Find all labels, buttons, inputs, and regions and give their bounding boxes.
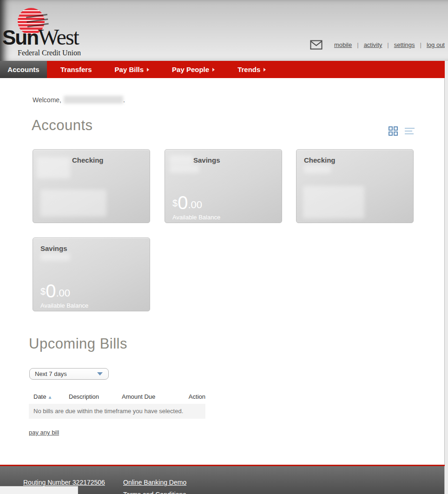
balance-fraction: .00	[188, 199, 202, 211]
balance-label: Available Balance	[172, 214, 220, 221]
submenu-arrow-icon	[147, 68, 149, 72]
separator: |	[387, 41, 389, 48]
account-type-label: Checking	[304, 156, 336, 164]
redacted-account-nickname	[170, 155, 193, 165]
tab-pay-bills-label: Pay Bills	[115, 66, 144, 73]
brand-tagline: Federal Credit Union	[18, 49, 81, 57]
tab-trends[interactable]: Trends	[228, 61, 275, 78]
online-banking-demo-link[interactable]: Online Banking Demo	[123, 479, 186, 486]
utility-nav: mobile | activity | settings | log out	[310, 40, 445, 50]
separator: |	[357, 41, 358, 48]
separator: |	[420, 41, 422, 48]
column-action-label: Action	[189, 393, 205, 400]
currency-symbol: $	[40, 286, 46, 296]
upcoming-bills-title: Upcoming Bills	[29, 336, 127, 352]
welcome-suffix: .	[123, 96, 125, 104]
balance-integer: 0	[46, 281, 56, 301]
link-activity[interactable]: activity	[364, 41, 382, 48]
dropdown-selected-value: Next 7 days	[35, 370, 97, 377]
main-content: Welcome, . Accounts Checking	[0, 78, 445, 465]
welcome-message: Welcome, .	[33, 96, 125, 104]
tab-transfers-label: Transfers	[60, 66, 92, 73]
tab-pay-people-label: Pay People	[172, 66, 209, 73]
account-type-label: Savings	[193, 156, 220, 164]
upcoming-bills-table: Date▲ Description Amount Due Action No b…	[29, 391, 205, 419]
grid-view-icon[interactable]	[389, 126, 398, 136]
currency-symbol: $	[172, 198, 178, 208]
account-card-checking-2[interactable]: Checking	[296, 149, 414, 223]
link-mobile[interactable]: mobile	[334, 41, 352, 48]
redacted-balance	[303, 186, 364, 218]
tab-transfers[interactable]: Transfers	[51, 61, 101, 78]
sort-ascending-icon: ▲	[47, 395, 52, 400]
bills-timeframe-dropdown[interactable]: Next 7 days	[29, 368, 109, 380]
online-banking-page: SunWest Federal Credit Union mobile | ac…	[0, 0, 448, 494]
tab-pay-bills[interactable]: Pay Bills	[105, 61, 159, 78]
balance-fraction: .00	[56, 287, 70, 299]
available-balance: $0.00 Available Balance	[172, 192, 220, 221]
column-description-label: Description	[69, 393, 99, 400]
submenu-arrow-icon	[212, 68, 215, 72]
submenu-arrow-icon	[264, 68, 266, 72]
site-header: SunWest Federal Credit Union mobile | ac…	[0, 0, 448, 61]
tab-trends-label: Trends	[237, 66, 260, 73]
terms-and-conditions-link[interactable]: Terms and Conditions	[123, 491, 186, 494]
redacted-username	[64, 96, 123, 104]
redacted-account-number	[304, 165, 331, 173]
column-date-label: Date	[33, 393, 46, 400]
account-card-checking-1[interactable]: Checking	[33, 149, 150, 223]
available-balance: $0.00 Available Balance	[40, 281, 88, 309]
welcome-prefix: Welcome,	[33, 96, 61, 104]
tab-accounts-label: Accounts	[7, 66, 39, 73]
redacted-account-nickname	[37, 157, 70, 178]
chevron-down-icon	[97, 372, 103, 375]
account-card-savings-2[interactable]: Savings $0.00 Available Balance	[33, 237, 150, 311]
brand-west: West	[38, 25, 79, 49]
list-view-icon[interactable]	[404, 126, 415, 136]
balance-label: Available Balance	[40, 302, 88, 309]
link-log-out[interactable]: log out	[427, 41, 445, 48]
accounts-section-title: Accounts	[32, 117, 93, 134]
routing-number-link[interactable]: Routing Number 322172506	[23, 479, 105, 486]
column-header-action[interactable]: Action	[177, 393, 205, 400]
column-header-amount-due[interactable]: Amount Due	[122, 393, 177, 400]
account-card-savings-1[interactable]: Savings $0.00 Available Balance	[165, 149, 282, 223]
redacted-account-number	[40, 253, 70, 261]
column-amount-due-label: Amount Due	[122, 393, 155, 400]
bills-table-header: Date▲ Description Amount Due Action	[29, 391, 205, 404]
redacted-account-number	[170, 165, 199, 173]
brand-name: SunWest	[2, 24, 79, 50]
tab-accounts[interactable]: Accounts	[0, 61, 47, 78]
main-nav: Accounts Transfers Pay Bills Pay People …	[0, 61, 445, 78]
link-settings[interactable]: settings	[394, 41, 415, 48]
account-type-label: Checking	[72, 156, 104, 164]
pay-any-bill-link[interactable]: pay any bill	[29, 429, 59, 436]
view-toggles	[389, 126, 415, 136]
column-header-date[interactable]: Date▲	[29, 393, 69, 400]
browser-status-bubble	[0, 486, 78, 494]
brand-sun: Sun	[2, 26, 38, 49]
tab-pay-people[interactable]: Pay People	[163, 61, 224, 78]
balance-integer: 0	[178, 192, 188, 213]
messages-envelope-icon[interactable]	[310, 40, 323, 50]
bills-empty-message: No bills are due within the timeframe yo…	[29, 404, 205, 419]
redacted-balance	[40, 190, 106, 217]
sunwest-logo: SunWest Federal Credit Union	[2, 6, 109, 54]
account-type-label: Savings	[40, 244, 67, 252]
column-header-description[interactable]: Description	[69, 393, 122, 400]
